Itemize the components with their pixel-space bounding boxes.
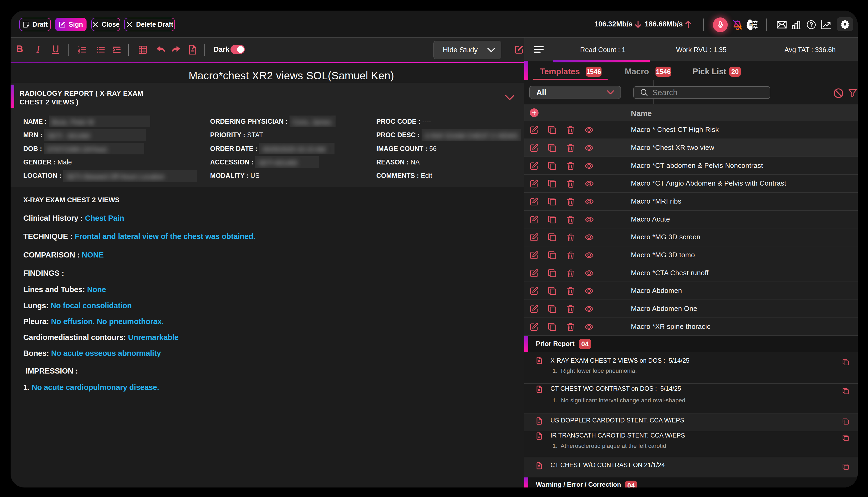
svg-text:AI: AI	[750, 23, 753, 26]
